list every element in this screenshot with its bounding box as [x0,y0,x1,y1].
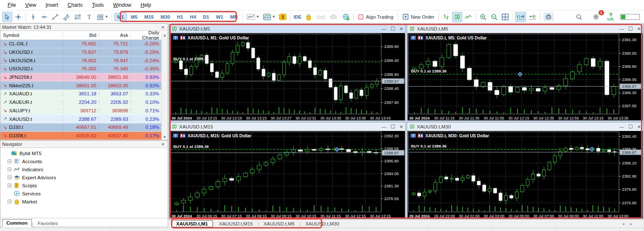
timeframe-m1-button[interactable]: M1 [114,13,127,21]
minimize-icon[interactable]: — [382,125,386,129]
chart-window-titlebar[interactable]: XAUUSD.t,M1—☐✕ [169,25,405,33]
market-watch-row[interactable]: ↘XAUJPY.t3697123698980.71% [0,107,168,115]
navigator-item-services[interactable]: +Services [2,189,168,198]
trade-open-marker[interactable] [335,148,339,152]
line-chart-mode-icon[interactable] [463,12,473,22]
price-scale[interactable]: 2389.902389.402388.902388.402387.902388.… [381,44,404,105]
screenshot-icon[interactable] [543,12,554,22]
maximize-icon[interactable]: ☐ [391,124,395,129]
zoom-out-icon[interactable] [489,12,499,22]
signal-icon[interactable]: ((o)) [315,12,327,22]
candlestick-mode-icon[interactable] [452,12,462,22]
chart-window-titlebar[interactable]: XAUUSD.t,M15—☐✕ [169,122,405,131]
menu-tools[interactable]: Tools [88,1,108,9]
minimize-icon[interactable]: — [619,125,624,129]
menu-file[interactable]: File [3,1,20,9]
cloud-icon[interactable] [328,12,340,22]
currency-icon[interactable]: $ [278,12,288,22]
market-bag-icon[interactable] [304,12,314,22]
tile-windows-icon[interactable] [500,12,510,22]
zoom-in-icon[interactable] [478,12,488,22]
column-bid[interactable]: Bid [63,33,99,38]
notifications-icon[interactable]: 1 [591,12,601,22]
chart-canvas[interactable]: 2389.902389.402388.902388.402387.902388.… [170,33,405,120]
close-icon[interactable]: ✕ [160,25,166,30]
navigator-item-scripts[interactable]: +Scripts [2,181,168,189]
menu-insert[interactable]: Insert [41,1,62,9]
navigator-item-bybit-mt5[interactable]: +Bybit MT5 [2,149,168,157]
close-icon[interactable]: ✕ [637,125,641,129]
chart-canvas[interactable]: 2392.302389.552386.802384.052381.302378.… [170,131,405,218]
market-watch-row[interactable]: ↘DJ30.t40667.5140669.490.18% [0,123,168,132]
timeframe-m15-button[interactable]: M15 [141,13,157,21]
expand-icon[interactable]: + [8,167,11,171]
close-icon[interactable]: ✕ [637,27,641,31]
menu-view[interactable]: View [21,1,40,9]
indicator-line-icon[interactable]: ▼ [245,12,261,22]
algo-trading-button[interactable]: Algo Trading [356,12,396,22]
market-watch-row[interactable]: ↘JPN225ft.t38649.0038651.000.93% [0,73,168,82]
expand-icon[interactable]: + [8,200,11,203]
column-symbol[interactable]: Symbol [0,33,63,38]
chart-tab-xauusd-t-m5[interactable]: XAUUSD.t,M5 [259,221,299,227]
chart-canvas[interactable]: 2391.302390.552389.802389.052388.302387.… [408,33,643,120]
timeframe-m5-button[interactable]: M5 [128,13,141,21]
chart-window-xauusd-t-m30[interactable]: XAUUSD.t,M30—☐✕2392.402389.352386.102382… [407,122,644,219]
chart-tab-xauusd-t-m1[interactable]: XAUUSD.t,M1 [172,220,213,227]
market-watch-row[interactable]: ↗XAUUSD.t2388.672389.630.23% [0,115,168,123]
navigator-item-expert-advisors[interactable]: +Expert Advisors [2,173,168,181]
trendline-icon[interactable] [50,12,60,22]
close-icon[interactable]: ✕ [399,27,403,31]
tab-common[interactable]: Common [2,219,32,227]
navigator-item-market[interactable]: +Market [2,198,168,206]
lvl-icon[interactable]: LVL [607,13,614,21]
trade-open-marker[interactable] [518,72,522,76]
timeframe-h4-button[interactable]: H4 [187,13,199,21]
market-watch-row[interactable]: ↗XAUAUD.t3651.183653.070.33% [0,90,168,98]
maximize-icon[interactable]: ☐ [391,26,395,31]
close-icon[interactable]: ✕ [160,142,166,147]
crosshair-icon[interactable] [13,12,23,22]
market-watch-row[interactable]: ↘UKOUSDft.t78.90278.947-0.24% [0,56,168,65]
market-watch-row[interactable]: ↘CL-OIL.t75.68175.731-0.26% [0,40,168,48]
expand-icon[interactable]: + [8,175,11,179]
timeframe-d1-button[interactable]: D1 [200,13,212,21]
chart-tab-xauusd-t-m15[interactable]: XAUUSD.t,M15 [215,221,257,227]
tab-favorites[interactable]: Favorites [34,220,62,227]
navigator-item-accounts[interactable]: +Accounts [2,157,168,165]
trade-open-marker[interactable] [590,147,594,151]
text-label-icon[interactable]: T [84,12,94,22]
menu-window[interactable]: Window [109,1,136,9]
expand-icon[interactable]: + [8,159,11,163]
time-scale[interactable]: 30 Jul 202430 Jul 13:1530 Jul 13:1930 Ju… [172,116,391,120]
pointer-icon[interactable] [2,12,12,22]
expand-icon[interactable]: + [8,184,11,187]
maximize-icon[interactable]: ☐ [628,124,633,129]
chart-window-titlebar[interactable]: XAUUSD.t,M30—☐✕ [407,122,643,131]
chart-window-xauusd-t-m1[interactable]: XAUUSD.t,M1—☐✕2389.902389.402388.902388.… [169,24,406,121]
search-icon[interactable] [574,12,584,22]
menu-charts[interactable]: Charts [63,1,87,9]
time-scale[interactable]: 30 Jul 202430 Jul 06:1530 Jul 07:1530 Ju… [172,214,391,218]
chart-tab-xauusd-t-m30[interactable]: XAUUSD.t,M30 [301,221,343,227]
timeframe-m30-button[interactable]: M30 [157,13,173,21]
market-watch-row[interactable]: ↘DJ30ft.t40835.6040837.400.17% [0,132,168,140]
market-watch-scrollbar[interactable]: ▲▼ [161,33,168,140]
vertical-line-icon[interactable] [28,12,38,22]
market-watch-row[interactable]: ↘UKOUSD.t79.83779.879-0.29% [0,48,168,57]
column-daily-change[interactable]: Daily Change [131,30,162,40]
shapes-icon[interactable]: ▼ [95,12,110,22]
close-icon[interactable]: ✕ [399,125,403,129]
new-order-button[interactable]: New Order [400,12,437,22]
channel-icon[interactable] [61,12,71,22]
auto-scroll-icon[interactable] [527,12,538,22]
shift-end-icon[interactable] [515,12,526,22]
menu-help[interactable]: Help [136,1,155,9]
chart-window-xauusd-t-m15[interactable]: XAUUSD.t,M15—☐✕2392.302389.552386.802384… [169,122,406,219]
equidistant-lines-icon[interactable] [72,12,83,22]
timeframe-mn-button[interactable]: MN [227,13,241,21]
market-watch-row[interactable]: ↗XAUEUR.t2204.202205.920.10% [0,98,168,107]
minimize-icon[interactable]: — [382,27,386,31]
bar-chart-mode-icon[interactable] [441,12,451,22]
timeframe-h1-button[interactable]: H1 [174,13,186,21]
